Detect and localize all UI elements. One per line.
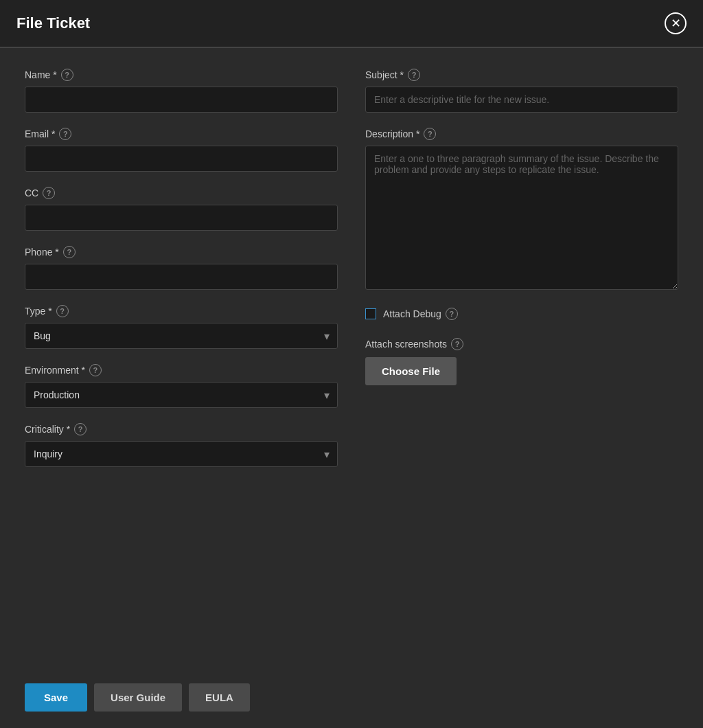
criticality-label: Criticality * ? xyxy=(25,423,338,435)
left-column: Name * ? Email * ? CC ? xyxy=(25,69,338,656)
description-help-icon[interactable]: ? xyxy=(424,128,436,140)
type-select[interactable]: Bug Feature Question Task xyxy=(25,323,338,349)
name-label: Name * ? xyxy=(25,69,338,81)
email-help-icon[interactable]: ? xyxy=(59,128,71,140)
attach-screenshots-section: Attach screenshots ? Choose File xyxy=(365,338,678,385)
eula-button[interactable]: EULA xyxy=(189,683,250,712)
attach-debug-checkbox[interactable] xyxy=(365,308,376,319)
email-label: Email * ? xyxy=(25,128,338,140)
phone-help-icon[interactable]: ? xyxy=(63,246,76,258)
email-input[interactable] xyxy=(25,146,338,172)
description-field-group: Description * ? xyxy=(365,128,678,293)
description-textarea[interactable] xyxy=(365,146,678,290)
phone-input[interactable] xyxy=(25,264,338,290)
criticality-select-wrapper: Inquiry Low Medium High Critical ▾ xyxy=(25,441,338,467)
type-field-group: Type * ? Bug Feature Question Task ▾ xyxy=(25,305,338,349)
modal-footer: Save User Guide EULA xyxy=(0,672,703,728)
attach-debug-help-icon[interactable]: ? xyxy=(446,308,458,320)
attach-debug-row: Attach Debug ? xyxy=(365,308,678,320)
modal-body: Name * ? Email * ? CC ? xyxy=(0,48,703,672)
modal-title: File Ticket xyxy=(16,14,90,32)
cc-help-icon[interactable]: ? xyxy=(43,187,55,199)
name-field-group: Name * ? xyxy=(25,69,338,113)
cc-label: CC ? xyxy=(25,187,338,199)
attach-debug-label: Attach Debug ? xyxy=(383,308,458,320)
subject-field-group: Subject * ? xyxy=(365,69,678,113)
save-button[interactable]: Save xyxy=(25,683,87,712)
attach-screenshots-label: Attach screenshots ? xyxy=(365,338,678,350)
subject-label: Subject * ? xyxy=(365,69,678,81)
environment-label: Environment * ? xyxy=(25,364,338,376)
cc-input[interactable] xyxy=(25,205,338,231)
right-column: Subject * ? Description * ? Attach Debug… xyxy=(365,69,678,656)
criticality-field-group: Criticality * ? Inquiry Low Medium High … xyxy=(25,423,338,467)
close-button[interactable]: ✕ xyxy=(665,12,687,34)
name-help-icon[interactable]: ? xyxy=(61,69,73,81)
type-label: Type * ? xyxy=(25,305,338,317)
cc-field-group: CC ? xyxy=(25,187,338,231)
environment-select[interactable]: Production Staging Development QA xyxy=(25,382,338,408)
type-help-icon[interactable]: ? xyxy=(56,305,69,317)
user-guide-button[interactable]: User Guide xyxy=(94,683,182,712)
criticality-select[interactable]: Inquiry Low Medium High Critical xyxy=(25,441,338,467)
environment-help-icon[interactable]: ? xyxy=(89,364,102,376)
name-input[interactable] xyxy=(25,87,338,113)
modal-header: File Ticket ✕ xyxy=(0,0,703,47)
environment-field-group: Environment * ? Production Staging Devel… xyxy=(25,364,338,408)
phone-label: Phone * ? xyxy=(25,246,338,258)
subject-help-icon[interactable]: ? xyxy=(408,69,420,81)
attach-screenshots-help-icon[interactable]: ? xyxy=(451,338,463,350)
environment-select-wrapper: Production Staging Development QA ▾ xyxy=(25,382,338,408)
phone-field-group: Phone * ? xyxy=(25,246,338,290)
email-field-group: Email * ? xyxy=(25,128,338,172)
subject-input[interactable] xyxy=(365,87,678,113)
file-ticket-modal: File Ticket ✕ Name * ? Email * ? xyxy=(0,0,703,728)
choose-file-button[interactable]: Choose File xyxy=(365,357,457,385)
description-label: Description * ? xyxy=(365,128,678,140)
criticality-help-icon[interactable]: ? xyxy=(74,423,87,435)
type-select-wrapper: Bug Feature Question Task ▾ xyxy=(25,323,338,349)
